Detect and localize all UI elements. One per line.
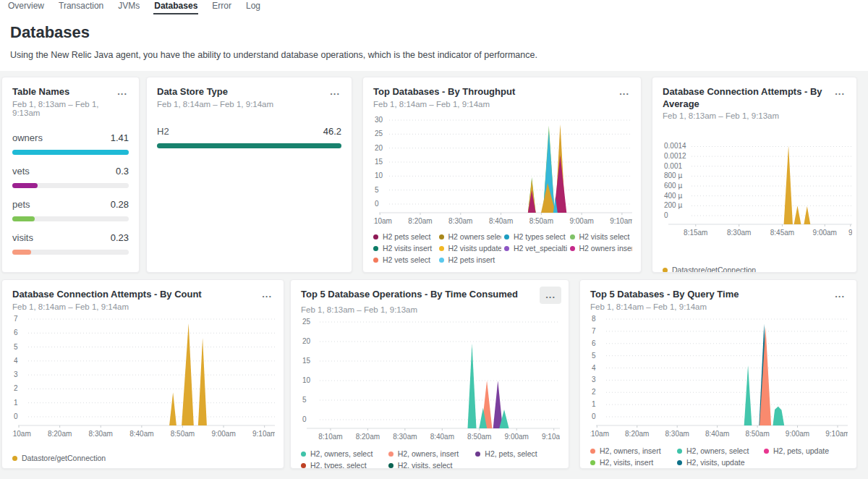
nav-tab-overview[interactable]: Overview	[7, 0, 45, 14]
y-axis-tick-label: 0	[14, 412, 18, 420]
y-axis-tick-label: 25	[375, 130, 383, 137]
legend-item[interactable]: H2 types select	[504, 232, 567, 242]
y-axis-tick-label: 25	[302, 318, 311, 326]
bar-fill	[157, 143, 341, 148]
y-axis-tick-label: 3	[14, 370, 18, 378]
x-axis-tick-label: 8:10am	[318, 433, 342, 441]
chart-canvas: 0123456788:10am8:20am8:30am8:40am8:50am9…	[590, 312, 848, 441]
panel-top5-operations-time-consumed: Top 5 Database Operations - By Time Cons…	[290, 279, 569, 469]
nav-tab-log[interactable]: Log	[245, 0, 261, 14]
page-header: OverviewTransactionJVMsDatabasesErrorLog…	[0, 0, 868, 71]
legend-item[interactable]: H2, visits, update	[677, 457, 761, 467]
x-axis-tick-label: 8:50am	[529, 217, 553, 225]
x-axis-tick-label: 8:45am	[770, 229, 794, 237]
y-axis-tick-label: 600 µ	[664, 182, 682, 190]
legend-item[interactable]: H2, visits, insert	[590, 457, 674, 467]
chart-connection-attempts-average: 0200 µ400 µ600 µ800 µ0.0010.00120.00148:…	[652, 135, 856, 273]
y-axis-tick-label: 8	[592, 315, 596, 323]
y-axis-tick-label: 15	[375, 158, 383, 166]
x-axis-tick-label: 8:40am	[489, 217, 513, 225]
x-axis-tick-label: 8:15am	[684, 229, 707, 237]
legend-item[interactable]: H2, types, select	[301, 460, 386, 469]
y-axis-tick-label: 5	[375, 186, 379, 194]
legend-dot-icon	[504, 246, 509, 251]
x-axis-tick-label: 8:20am	[48, 430, 72, 438]
legend-item[interactable]: H2, pets, select	[475, 449, 560, 459]
legend-item[interactable]: H2, owners, select	[301, 449, 386, 459]
panel-title: Top 5 Database Operations - By Time Cons…	[301, 288, 518, 300]
bar-list: H246.2	[147, 126, 352, 148]
x-axis-tick-label: 9:10am	[610, 217, 632, 225]
bar-row-visits: visits0.23	[12, 232, 129, 255]
legend-item[interactable]: Datastore/getConnection	[663, 265, 849, 273]
panel-menu-button[interactable]: ...	[615, 85, 634, 98]
y-axis-tick-label: 0	[664, 211, 668, 219]
x-axis-tick-label: 9:00am	[786, 430, 809, 438]
panel-date-range: Feb 1, 8:14am – Feb 1, 9:14am	[590, 302, 846, 311]
x-axis-tick-label: 8:30am	[448, 217, 472, 225]
panel-date-range: Feb 1, 8:13am – Feb 1, 9:13am	[301, 305, 558, 314]
legend-item[interactable]: H2, owners, insert	[388, 449, 473, 459]
nav-tab-databases[interactable]: Databases	[153, 0, 198, 14]
legend-item[interactable]: H2, visits, select	[388, 460, 473, 469]
x-axis-tick-label: 8:30am	[393, 433, 417, 441]
area-series-h2-owners-select	[744, 365, 752, 425]
legend-item[interactable]: H2 visits update	[439, 243, 502, 253]
x-axis-tick-label: 8:20am	[625, 430, 649, 438]
y-axis-tick-label: 10	[302, 376, 311, 384]
bar-track	[12, 250, 129, 255]
legend-item[interactable]: H2 visits select	[570, 232, 633, 242]
legend-item[interactable]: H2 pets insert	[439, 255, 502, 265]
chart-connection-attempts-count: 012345678:10am8:20am8:30am8:40am8:50am9:…	[2, 312, 284, 463]
legend-item[interactable]: H2, pets, update	[764, 446, 848, 456]
bar-value: 1.41	[111, 132, 129, 143]
x-axis-tick-label: 8:20am	[356, 433, 380, 441]
y-axis-tick-label: 400 µ	[664, 192, 682, 200]
y-axis-tick-label: 0.001	[664, 162, 682, 170]
area-series-h2-owners-insert	[760, 327, 771, 425]
legend-item[interactable]: H2 owners insert	[570, 243, 633, 253]
nav-tab-error[interactable]: Error	[211, 0, 232, 14]
bar-value: 0.3	[116, 166, 129, 177]
legend-item[interactable]: H2 visits insert	[373, 243, 436, 253]
new-relic-databases-dashboard: { "ui": { "menu_glyph": "..." }, "nav": …	[0, 0, 868, 479]
legend-dot-icon	[373, 246, 378, 251]
legend-item[interactable]: H2 pets select	[373, 232, 436, 242]
top-navigation: OverviewTransactionJVMsDatabasesErrorLog	[0, 0, 868, 14]
legend-item[interactable]: Datastore/getConnection	[12, 453, 275, 463]
bar-row-vets: vets0.3	[12, 166, 129, 188]
page-description: Using the New Relic Java agent, you have…	[10, 50, 868, 60]
y-axis-tick-label: 15	[302, 357, 311, 365]
panel-menu-button[interactable]: ...	[830, 288, 849, 301]
x-axis-tick-label: 9:00am	[505, 433, 529, 441]
panel-date-range: Feb 1, 8:14am – Feb 1, 9:14am	[157, 100, 341, 109]
panel-menu-button[interactable]: ...	[258, 288, 276, 301]
legend-item[interactable]: H2 owners select	[439, 232, 502, 242]
x-axis-tick-label: 8:30am	[665, 430, 689, 438]
legend-item[interactable]: H2, owners, select	[677, 446, 761, 456]
y-axis-tick-label: 6	[592, 339, 596, 347]
bar-fill	[12, 183, 38, 188]
bar-value: 0.23	[111, 232, 129, 243]
panel-date-range: Feb 1, 8:13am – Feb 1, 9:13am	[12, 100, 129, 117]
y-axis-tick-label: 2	[14, 384, 18, 392]
legend-dot-icon	[388, 463, 393, 468]
y-axis-tick-label: 5	[592, 352, 596, 360]
panel-menu-button[interactable]: ...	[113, 85, 132, 98]
legend-item[interactable]: H2 vet_specialti…	[504, 243, 567, 253]
y-axis-tick-label: 20	[302, 337, 311, 345]
panel-menu-button[interactable]: ...	[326, 85, 344, 98]
panel-table-names: Table Names ... Feb 1, 8:13am – Feb 1, 9…	[1, 77, 140, 273]
chart-legend: Datastore/getConnection	[12, 453, 275, 463]
legend-item[interactable]: H2 vets select	[373, 255, 436, 265]
legend-item[interactable]: H2, owners, insert	[590, 446, 674, 456]
y-axis-tick-label: 4	[14, 357, 18, 365]
nav-tab-transaction[interactable]: Transaction	[58, 0, 104, 14]
area-series-h2-owners-select	[773, 407, 785, 425]
panel-menu-button[interactable]: ...	[830, 85, 849, 98]
bar-fill	[12, 150, 129, 155]
nav-tab-jvms[interactable]: JVMs	[117, 0, 140, 14]
panel-menu-button[interactable]: ...	[540, 287, 561, 304]
legend-dot-icon	[301, 463, 306, 468]
chart-legend: Datastore/getConnection	[663, 265, 849, 273]
